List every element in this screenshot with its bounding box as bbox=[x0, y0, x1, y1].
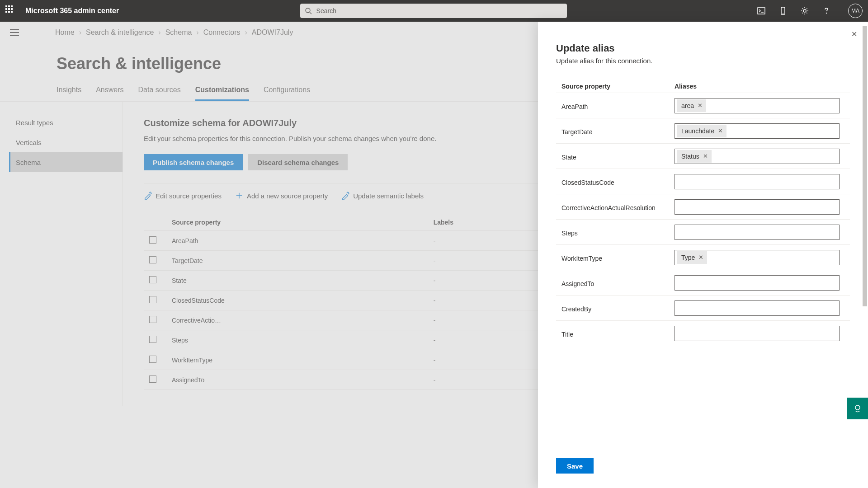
modal-overlay[interactable] bbox=[0, 22, 599, 488]
alias-input[interactable]: Status✕ bbox=[675, 149, 840, 164]
alias-row: AssignedTo bbox=[556, 270, 850, 295]
alias-tag: Type✕ bbox=[677, 251, 707, 264]
alias-row-property: AssignedTo bbox=[561, 278, 675, 287]
svg-point-5 bbox=[803, 9, 806, 12]
alias-input[interactable] bbox=[675, 300, 840, 316]
alias-row-property: Title bbox=[561, 329, 675, 338]
alias-row: TargetDateLaunchdate✕ bbox=[556, 118, 850, 143]
alias-tag-label: Status bbox=[681, 153, 699, 160]
alias-row: Title bbox=[556, 320, 850, 346]
alias-input[interactable] bbox=[675, 326, 840, 341]
alias-input[interactable] bbox=[675, 275, 840, 291]
flyout-title: Update alias bbox=[556, 42, 850, 54]
help-icon[interactable] bbox=[822, 6, 831, 15]
alias-row-property: TargetDate bbox=[561, 127, 675, 136]
remove-tag-icon[interactable]: ✕ bbox=[698, 102, 703, 109]
alias-input[interactable]: area✕ bbox=[675, 98, 840, 113]
avatar[interactable]: MA bbox=[848, 4, 863, 18]
alias-tag: Launchdate✕ bbox=[677, 125, 726, 137]
flyout-col-aliases: Aliases bbox=[675, 83, 697, 90]
feedback-button[interactable] bbox=[847, 398, 868, 419]
flyout-col-source: Source property bbox=[561, 83, 675, 90]
search-placeholder: Search bbox=[316, 7, 336, 14]
alias-input[interactable] bbox=[675, 225, 840, 240]
remove-tag-icon[interactable]: ✕ bbox=[698, 254, 703, 261]
flyout-description: Update alias for this connection. bbox=[556, 57, 850, 65]
svg-line-1 bbox=[310, 12, 311, 14]
alias-row-property: CreatedBy bbox=[561, 304, 675, 313]
alias-input[interactable] bbox=[675, 174, 840, 189]
scrollbar-thumb[interactable] bbox=[863, 26, 867, 306]
save-button[interactable]: Save bbox=[556, 458, 594, 474]
console-icon[interactable] bbox=[757, 6, 766, 15]
alias-row: Steps bbox=[556, 219, 850, 244]
search-icon bbox=[305, 7, 312, 14]
update-alias-flyout: ✕ Update alias Update alias for this con… bbox=[538, 22, 868, 488]
svg-point-6 bbox=[826, 13, 827, 14]
alias-row-property: State bbox=[561, 152, 675, 161]
alias-row-property: WorkItemType bbox=[561, 253, 675, 262]
alias-input[interactable]: Launchdate✕ bbox=[675, 123, 840, 139]
alias-tag: Status✕ bbox=[677, 150, 712, 163]
close-icon[interactable]: ✕ bbox=[851, 30, 857, 38]
alias-tag-label: Type bbox=[681, 254, 695, 261]
feedback-icon bbox=[853, 404, 862, 413]
top-bar: Microsoft 365 admin center Search MA bbox=[0, 0, 868, 22]
alias-row: WorkItemTypeType✕ bbox=[556, 244, 850, 270]
svg-point-0 bbox=[306, 8, 310, 13]
global-search[interactable]: Search bbox=[300, 4, 567, 18]
alias-row: ClosedStatusCode bbox=[556, 169, 850, 194]
alias-row-property: AreaPath bbox=[561, 101, 675, 110]
remove-tag-icon[interactable]: ✕ bbox=[703, 153, 708, 160]
remove-tag-icon[interactable]: ✕ bbox=[718, 127, 723, 134]
alias-row: StateStatus✕ bbox=[556, 143, 850, 169]
top-icons: MA bbox=[757, 4, 863, 18]
mobile-icon[interactable] bbox=[778, 6, 788, 15]
alias-tag: area✕ bbox=[677, 99, 706, 112]
alias-tag-label: area bbox=[681, 102, 694, 109]
gear-icon[interactable] bbox=[800, 6, 809, 15]
alias-row-property: ClosedStatusCode bbox=[561, 177, 675, 186]
alias-input[interactable] bbox=[675, 199, 840, 215]
alias-tag-label: Launchdate bbox=[681, 127, 714, 135]
alias-row-property: Steps bbox=[561, 228, 675, 237]
alias-input[interactable]: Type✕ bbox=[675, 250, 840, 265]
app-launcher-icon[interactable] bbox=[5, 5, 16, 16]
alias-row: CorrectiveActionActualResolution bbox=[556, 194, 850, 219]
brand-title: Microsoft 365 admin center bbox=[25, 7, 119, 15]
alias-row: CreatedBy bbox=[556, 295, 850, 320]
svg-rect-2 bbox=[758, 8, 765, 14]
svg-point-7 bbox=[855, 405, 860, 410]
alias-row-property: CorrectiveActionActualResolution bbox=[561, 202, 675, 211]
alias-row: AreaPatharea✕ bbox=[556, 93, 850, 118]
